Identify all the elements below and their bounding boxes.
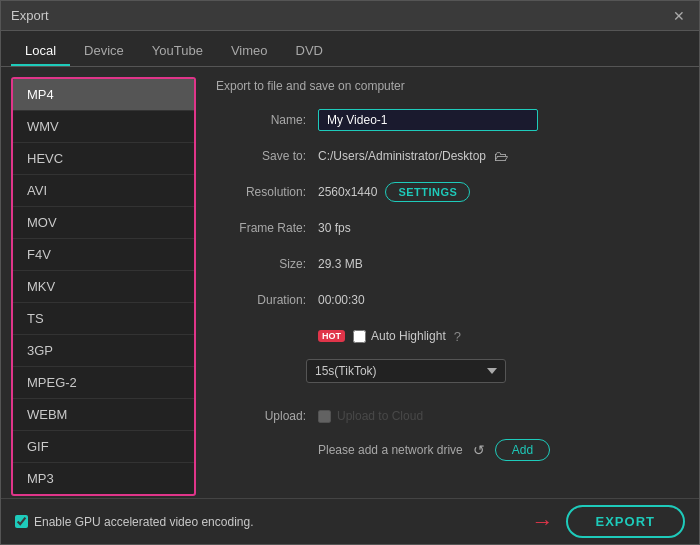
format-item-avi[interactable]: AVI xyxy=(13,175,194,207)
title-bar: Export ✕ xyxy=(1,1,699,31)
auto-highlight-checkbox-label[interactable]: Auto Highlight xyxy=(353,329,446,343)
save-to-row: Save to: C:/Users/Administrator/Desktop … xyxy=(216,143,679,169)
format-item-ts[interactable]: TS xyxy=(13,303,194,335)
upload-cloud-checkbox xyxy=(318,410,331,423)
export-subtitle: Export to file and save on computer xyxy=(216,79,679,93)
format-item-mpeg2[interactable]: MPEG-2 xyxy=(13,367,194,399)
format-item-wmv[interactable]: WMV xyxy=(13,111,194,143)
export-button[interactable]: EXPORT xyxy=(566,505,685,538)
refresh-icon[interactable]: ↺ xyxy=(473,442,485,458)
tiktok-select[interactable]: 15s(TikTok) xyxy=(306,359,506,383)
name-label: Name: xyxy=(216,113,306,127)
tiktok-select-wrapper: 15s(TikTok) xyxy=(216,359,679,393)
bottom-bar: Enable GPU accelerated video encoding. →… xyxy=(1,498,699,544)
auto-highlight-checkbox[interactable] xyxy=(353,330,366,343)
save-to-value: C:/Users/Administrator/Desktop 🗁 xyxy=(318,148,508,164)
gpu-checkbox[interactable] xyxy=(15,515,28,528)
right-panel: Export to file and save on computer Name… xyxy=(196,67,699,498)
settings-button[interactable]: SETTINGS xyxy=(385,182,470,202)
left-panel: MP4 WMV HEVC AVI MOV F4V MKV TS 3GP MPEG… xyxy=(1,67,196,488)
format-item-hevc[interactable]: HEVC xyxy=(13,143,194,175)
tab-dvd[interactable]: DVD xyxy=(282,37,337,66)
format-item-f4v[interactable]: F4V xyxy=(13,239,194,271)
resolution-text: 2560x1440 xyxy=(318,185,377,199)
framerate-value: 30 fps xyxy=(318,221,351,235)
network-row: Please add a network drive ↺ Add xyxy=(216,439,679,461)
add-button[interactable]: Add xyxy=(495,439,550,461)
name-input[interactable] xyxy=(318,109,538,131)
duration-value: 00:00:30 xyxy=(318,293,365,307)
format-item-mkv[interactable]: MKV xyxy=(13,271,194,303)
format-item-gif[interactable]: GIF xyxy=(13,431,194,463)
info-icon[interactable]: ? xyxy=(454,329,461,344)
tab-youtube[interactable]: YouTube xyxy=(138,37,217,66)
name-row: Name: xyxy=(216,107,679,133)
size-label: Size: xyxy=(216,257,306,271)
duration-label: Duration: xyxy=(216,293,306,307)
export-arrow-icon: → xyxy=(532,509,554,535)
tab-local[interactable]: Local xyxy=(11,37,70,66)
format-item-3gp[interactable]: 3GP xyxy=(13,335,194,367)
save-to-path: C:/Users/Administrator/Desktop xyxy=(318,149,486,163)
close-button[interactable]: ✕ xyxy=(669,8,689,24)
bottom-right: → EXPORT xyxy=(532,505,685,538)
save-to-label: Save to: xyxy=(216,149,306,163)
auto-highlight-controls: HOT Auto Highlight ? xyxy=(318,329,461,344)
network-text: Please add a network drive xyxy=(318,443,463,457)
gpu-checkbox-label[interactable]: Enable GPU accelerated video encoding. xyxy=(15,515,253,529)
tab-device[interactable]: Device xyxy=(70,37,138,66)
duration-row: Duration: 00:00:30 xyxy=(216,287,679,313)
resolution-row: Resolution: 2560x1440 SETTINGS xyxy=(216,179,679,205)
export-window: Export ✕ Local Device YouTube Vimeo DVD … xyxy=(0,0,700,545)
upload-controls: Upload to Cloud xyxy=(318,409,423,423)
resolution-value: 2560x1440 SETTINGS xyxy=(318,182,470,202)
framerate-label: Frame Rate: xyxy=(216,221,306,235)
upload-row: Upload: Upload to Cloud xyxy=(216,403,679,429)
framerate-row: Frame Rate: 30 fps xyxy=(216,215,679,241)
title-bar-left: Export xyxy=(11,8,49,23)
tab-vimeo[interactable]: Vimeo xyxy=(217,37,282,66)
tab-bar: Local Device YouTube Vimeo DVD xyxy=(1,31,699,67)
resolution-label: Resolution: xyxy=(216,185,306,199)
window-title: Export xyxy=(11,8,49,23)
upload-label: Upload: xyxy=(216,409,306,423)
format-item-mov[interactable]: MOV xyxy=(13,207,194,239)
format-item-webm[interactable]: WEBM xyxy=(13,399,194,431)
auto-highlight-label: Auto Highlight xyxy=(371,329,446,343)
format-list: MP4 WMV HEVC AVI MOV F4V MKV TS 3GP MPEG… xyxy=(11,77,196,496)
format-item-mp4[interactable]: MP4 xyxy=(13,79,194,111)
size-row: Size: 29.3 MB xyxy=(216,251,679,277)
auto-highlight-row: HOT Auto Highlight ? xyxy=(216,323,679,349)
hot-badge: HOT xyxy=(318,330,345,342)
upload-cloud-label: Upload to Cloud xyxy=(337,409,423,423)
content-area: MP4 WMV HEVC AVI MOV F4V MKV TS 3GP MPEG… xyxy=(1,67,699,498)
gpu-label-text: Enable GPU accelerated video encoding. xyxy=(34,515,253,529)
folder-icon[interactable]: 🗁 xyxy=(494,148,508,164)
size-value: 29.3 MB xyxy=(318,257,363,271)
format-item-mp3[interactable]: MP3 xyxy=(13,463,194,494)
